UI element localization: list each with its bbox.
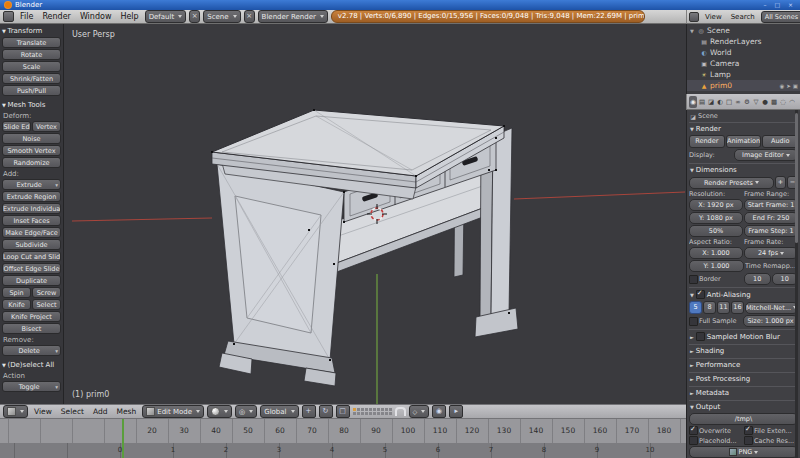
aa-samples-8-button[interactable]: 8 [703, 301, 716, 314]
tab-constraints-icon[interactable]: ∞ [734, 96, 742, 108]
menu-render[interactable]: Render [39, 12, 73, 21]
tab-object-icon[interactable]: □ [725, 96, 733, 108]
extrude-menu-button[interactable]: Extrude [2, 179, 61, 190]
remap-old-field[interactable]: 10 [744, 273, 771, 285]
make-edge-face-button[interactable]: Make Edge/Face [2, 227, 61, 238]
manipulator-scale-button[interactable]: □ [336, 405, 350, 418]
frame-rate-dropdown[interactable]: 24 fps [744, 247, 798, 259]
aa-samples-5-button[interactable]: 5 [689, 301, 702, 314]
render-button[interactable]: Render [689, 135, 725, 148]
timeline-subruler[interactable]: 0 1 2 3 4 5 6 7 8 9 10 [0, 443, 686, 458]
panel-sampled-motion-blur-header[interactable]: Sampled Motion Blur [689, 329, 798, 342]
editor-type-3dview-selector[interactable] [3, 405, 28, 418]
view3d-menu-add[interactable]: Add [90, 407, 111, 416]
subdivide-button[interactable]: Subdivide [2, 239, 61, 250]
manipulator-translate-button[interactable]: + [302, 405, 316, 418]
panel-render-header[interactable]: Render [689, 122, 798, 134]
outliner-item-camera[interactable]: ▣ Camera [687, 58, 800, 69]
audio-button[interactable]: Audio [762, 135, 798, 148]
knife-button[interactable]: Knife [2, 299, 31, 310]
panel-deselect-all[interactable]: (De)select All [0, 359, 63, 370]
outliner-item-renderlayers[interactable]: ▤ RenderLayers [687, 36, 800, 47]
snap-magnet-icon[interactable] [395, 407, 406, 416]
window-titlebar[interactable]: Blender – □ × [0, 0, 800, 10]
extrude-region-button[interactable]: Extrude Region [2, 191, 61, 202]
selectability-cursor-icon[interactable]: ➤ [786, 83, 791, 89]
file-extensions-checkbox[interactable] [744, 426, 753, 435]
outliner-item-scene[interactable]: ▼ ◎ Scene [687, 25, 800, 36]
motion-blur-checkbox[interactable] [696, 332, 705, 341]
expand-icon[interactable]: ▼ [690, 28, 695, 34]
panel-mesh-tools[interactable]: Mesh Tools [0, 99, 63, 110]
tab-render-icon[interactable]: ◉ [689, 96, 697, 108]
outliner-item-world[interactable]: ◐ World [687, 47, 800, 58]
tab-material-icon[interactable]: ● [761, 96, 769, 108]
resolution-x-field[interactable]: X: 1920 px [689, 199, 743, 211]
noise-button[interactable]: Noise [2, 133, 61, 144]
viewport-canvas[interactable] [64, 24, 686, 404]
aspect-x-field[interactable]: X: 1.000 [689, 247, 743, 259]
snap-element-selector[interactable]: ◇ [409, 405, 430, 418]
transform-orientation-selector[interactable]: Global [260, 405, 298, 418]
aa-samples-16-button[interactable]: 16 [731, 301, 744, 314]
panel-performance-header[interactable]: Performance [689, 358, 798, 370]
tab-modifiers-icon[interactable]: ⚙ [743, 96, 751, 108]
aa-samples-11-button[interactable]: 11 [717, 301, 730, 314]
mode-selector[interactable]: Edit Mode [142, 405, 204, 418]
menu-file[interactable]: File [17, 12, 36, 21]
tab-world-icon[interactable]: ◐ [716, 96, 724, 108]
view3d-menu-select[interactable]: Select [58, 407, 87, 416]
add-preset-button[interactable]: + [775, 176, 786, 189]
resolution-y-field[interactable]: Y: 1080 px [689, 212, 743, 224]
timeline-ruler[interactable]: 20 30 40 50 60 70 80 90 100 110 120 130 … [0, 419, 686, 444]
scene-selector[interactable]: Scene [203, 10, 240, 23]
knife-project-button[interactable]: Knife Project [2, 311, 61, 322]
tab-texture-icon[interactable]: ▩ [770, 96, 778, 108]
panel-post-processing-header[interactable]: Post Processing [689, 372, 798, 384]
opengl-render-image-button[interactable]: ◉ [432, 405, 446, 418]
duplicate-button[interactable]: Duplicate [2, 275, 61, 286]
translate-button[interactable]: Translate [2, 37, 61, 48]
panel-dimensions-header[interactable]: Dimensions [689, 163, 798, 175]
delete-menu-button[interactable]: Delete [2, 345, 61, 356]
frame-step-field[interactable]: Frame Step: 1 [744, 225, 798, 237]
aa-size-field[interactable]: Size: 1.000 px [743, 315, 798, 327]
manipulator-rotate-button[interactable]: ↻ [319, 405, 333, 418]
viewport-3d[interactable]: User Persp (1) prim0 [64, 24, 686, 404]
pivot-point-selector[interactable]: ◎ [235, 405, 257, 418]
panel-antialiasing-header[interactable]: Anti-Aliasing [689, 287, 798, 300]
window-controls[interactable]: – □ × [763, 0, 796, 10]
antialiasing-checkbox[interactable] [696, 290, 705, 299]
aspect-y-field[interactable]: Y: 1.000 [689, 260, 744, 272]
viewport-shading-selector[interactable] [207, 405, 232, 418]
opengl-render-anim-button[interactable]: ▸ [449, 405, 463, 418]
extrude-individual-button[interactable]: Extrude Individual [2, 203, 61, 214]
full-sample-checkbox[interactable] [689, 317, 698, 326]
outliner-menu-search[interactable]: Search [728, 13, 758, 21]
loop-cut-slide-button[interactable]: Loop Cut and Slide [2, 251, 61, 262]
file-format-dropdown[interactable]: PNG [689, 446, 798, 458]
menu-help[interactable]: Help [117, 12, 141, 21]
tab-data-icon[interactable]: ▽ [752, 96, 760, 108]
tab-render-layers-icon[interactable]: ▤ [698, 96, 706, 108]
panel-output-header[interactable]: Output [689, 400, 798, 412]
animation-button[interactable]: Animation [726, 135, 762, 148]
screen-layout-selector[interactable]: Default [145, 10, 187, 23]
rotate-button[interactable]: Rotate [2, 49, 61, 60]
editor-type-info-icon[interactable] [3, 11, 14, 22]
panel-shading-header[interactable]: Shading [689, 344, 798, 356]
bisect-button[interactable]: Bisect [2, 323, 61, 334]
scene-close-button[interactable]: × [244, 10, 255, 23]
push-pull-button[interactable]: Push/Pull [2, 85, 61, 96]
outliner-item-prim0[interactable]: ▲ prim0 ◉ ➤ ▣ [687, 80, 800, 91]
tab-scene-icon[interactable]: ◪ [707, 96, 715, 108]
shrink-fatten-button[interactable]: Shrink/Fatten [2, 73, 61, 84]
scale-button[interactable]: Scale [2, 61, 61, 72]
spin-button[interactable]: Spin [2, 287, 31, 298]
end-frame-field[interactable]: End Fr: 250 [744, 212, 798, 224]
properties-scrollbar-thumb[interactable] [795, 113, 798, 243]
layers-widget[interactable] [353, 408, 392, 415]
smooth-vertex-button[interactable]: Smooth Vertex [2, 145, 61, 156]
edge-slide-button[interactable]: Slide Ed [2, 121, 31, 132]
border-checkbox[interactable] [689, 275, 698, 284]
